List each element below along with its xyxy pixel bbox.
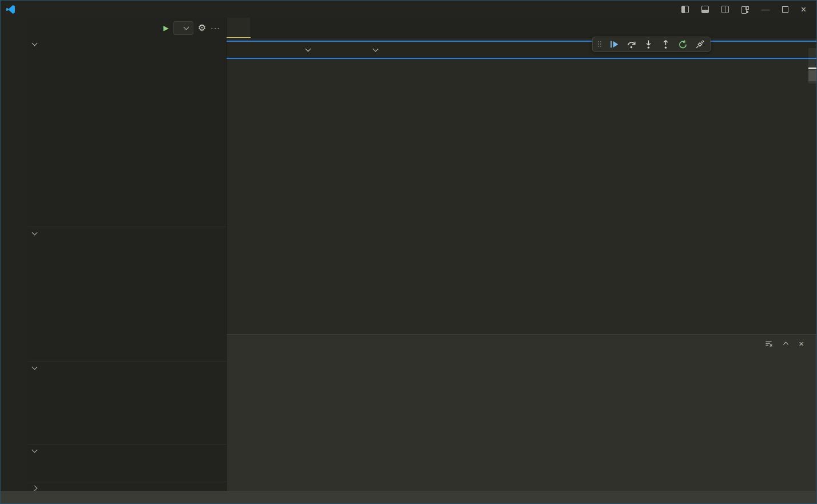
clear-all-icon[interactable] bbox=[764, 339, 773, 348]
step-over-button[interactable] bbox=[626, 39, 636, 49]
chevron-down-icon bbox=[32, 229, 38, 235]
chevron-down-icon bbox=[306, 46, 311, 52]
maximize-panel-icon[interactable] bbox=[782, 339, 790, 348]
close-panel-icon[interactable]: × bbox=[799, 339, 804, 348]
loaded-scripts-header[interactable] bbox=[28, 361, 226, 374]
chevron-down-icon bbox=[32, 447, 38, 453]
more-actions-icon[interactable]: ··· bbox=[211, 23, 220, 33]
disconnect-button[interactable] bbox=[695, 39, 705, 49]
editor-area: × bbox=[227, 18, 816, 491]
variables-header[interactable] bbox=[28, 38, 226, 50]
editor-more-actions-icon[interactable] bbox=[808, 18, 816, 38]
debug-toolbar bbox=[592, 37, 711, 52]
activity-bar bbox=[1, 18, 28, 491]
restart-button[interactable] bbox=[678, 39, 688, 49]
sidebar-header: ▶ ⚙ ··· bbox=[28, 18, 226, 38]
step-into-button[interactable] bbox=[644, 39, 653, 49]
window-controls: — × bbox=[681, 6, 816, 13]
minimize-icon[interactable]: — bbox=[762, 6, 770, 13]
chevron-down-icon bbox=[183, 24, 189, 30]
launch-config-select[interactable] bbox=[173, 21, 193, 35]
variables-section bbox=[28, 38, 226, 227]
gear-icon[interactable]: ⚙ bbox=[198, 22, 206, 34]
toggle-sidebar-icon[interactable] bbox=[681, 6, 689, 13]
titlebar: — × bbox=[1, 1, 816, 18]
maximize-icon[interactable] bbox=[782, 6, 788, 13]
vscode-window: — × ▶ ⚙ ··· bbox=[0, 0, 817, 504]
watch-section bbox=[28, 482, 226, 491]
status-bar bbox=[1, 491, 816, 503]
close-window-icon[interactable]: × bbox=[801, 6, 806, 13]
breakpoints-section bbox=[28, 444, 226, 482]
code-editor[interactable] bbox=[227, 38, 816, 334]
breakpoint-expression-widget bbox=[227, 41, 816, 59]
breakpoints-header[interactable] bbox=[28, 444, 226, 457]
expression-type-select[interactable] bbox=[237, 49, 310, 51]
run-and-debug-sidebar: ▶ ⚙ ··· bbox=[28, 18, 227, 491]
drag-handle-icon[interactable] bbox=[598, 41, 602, 47]
editor-tabbar bbox=[227, 18, 816, 38]
chevron-down-icon bbox=[32, 364, 38, 370]
call-stack-section bbox=[28, 227, 226, 361]
watch-header[interactable] bbox=[28, 482, 226, 491]
vscode-logo-icon bbox=[6, 5, 15, 14]
debug-console-content bbox=[227, 352, 816, 491]
highlight-decoration bbox=[808, 70, 816, 81]
loaded-scripts-section bbox=[28, 361, 226, 444]
toggle-secondary-sidebar-icon[interactable] bbox=[721, 6, 729, 13]
current-frame-decoration bbox=[808, 68, 816, 69]
toggle-panel-icon[interactable] bbox=[701, 6, 709, 13]
call-stack-header[interactable] bbox=[28, 227, 226, 239]
step-out-button[interactable] bbox=[661, 39, 671, 49]
start-debug-icon[interactable]: ▶ bbox=[163, 24, 168, 32]
tab-source1-hexpattern[interactable] bbox=[227, 18, 251, 38]
overview-ruler bbox=[808, 38, 816, 334]
bottom-panel: × bbox=[227, 334, 816, 491]
evaluated-select[interactable] bbox=[327, 49, 378, 51]
chevron-down-icon bbox=[373, 46, 379, 52]
chevron-down-icon bbox=[32, 41, 38, 46]
console-filter-input[interactable] bbox=[570, 339, 759, 348]
customize-layout-icon[interactable] bbox=[741, 6, 749, 13]
panel-tabs: × bbox=[227, 335, 816, 352]
continue-button[interactable] bbox=[609, 39, 619, 49]
chevron-right-icon bbox=[32, 486, 38, 491]
